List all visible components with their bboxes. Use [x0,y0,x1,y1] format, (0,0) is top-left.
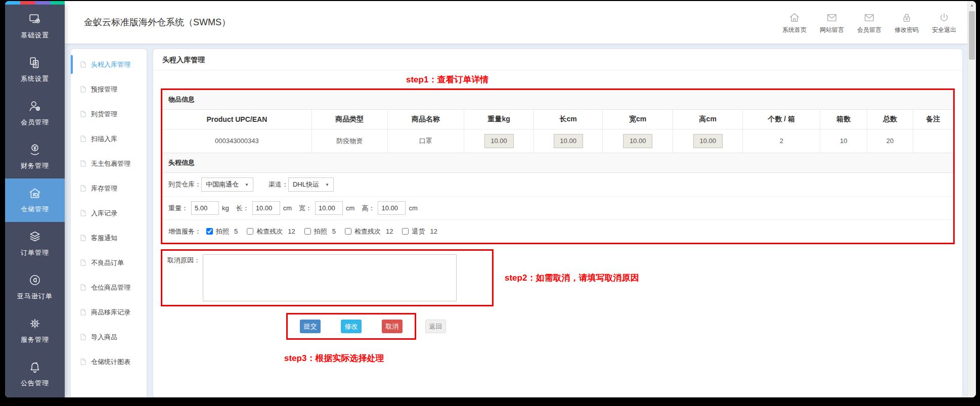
sidebar-item-finance[interactable]: 财务管理 [5,135,65,178]
mail-icon [864,12,875,23]
submenu-item-arrival[interactable]: 到货管理 [71,102,147,126]
width-label: 宽： [299,204,312,213]
file-icon [79,259,87,266]
gear-icon [28,317,41,330]
submenu-item-scan-inbound[interactable]: 扫描入库 [71,126,147,151]
nav-label: 安全退出 [932,26,956,34]
width-unit: cm [346,204,354,212]
service-checkbox[interactable] [402,228,409,235]
item-info-table: Product UPC/EAN 商品类型 商品名称 重量kg 长cm 宽cm 高… [162,110,953,153]
weight-input[interactable] [191,201,219,215]
service-price: 12 [288,228,295,235]
service-label: 检查残次 [256,227,283,236]
cell-width [603,129,673,153]
home-icon [789,12,800,23]
length-input[interactable] [252,201,280,215]
sidebar-item-warehouse[interactable]: 仓储管理 [5,178,65,222]
sidebar-item-system-settings[interactable]: 系统设置 [5,48,65,92]
item-width-input[interactable] [623,134,652,148]
submenu-item-forecast[interactable]: 预报管理 [71,77,147,102]
file-icon [79,358,87,366]
sidebar-item-orders[interactable]: 订单管理 [5,222,65,265]
submenu-item-defective-orders[interactable]: 不良品订单 [71,250,147,275]
warehouse-channel-row: 到货仓库： 中国南通仓 ▼ 渠道： DHL快运 ▼ [162,173,953,197]
scroll-up-arrow-icon[interactable]: ▲ [968,1,976,10]
vertical-scrollbar[interactable]: ▲ [967,1,976,397]
colorbar-green [50,1,65,5]
service-return[interactable]: 退货 12 [402,227,441,236]
service-checkbox[interactable] [304,228,311,235]
sidebar-item-base-settings[interactable]: 基础设置 [5,5,65,48]
submenu-item-import-products[interactable]: 导入商品 [71,325,147,349]
submenu-item-storage-charts[interactable]: 仓储统计图表 [71,349,147,374]
file-icon [79,160,87,167]
height-input[interactable] [378,201,406,215]
service-photo-2[interactable]: 拍照 5 [304,227,340,236]
warehouse-select[interactable]: 中国南通仓 ▼ [201,177,253,192]
submenu-item-service-notices[interactable]: 客服通知 [71,225,147,250]
file-icon [79,284,87,291]
value-added-services-row: 增值服务： 拍照 5 检查残次 12 拍照 5 [162,220,953,243]
height-label: 高： [362,204,375,213]
item-weight-input[interactable] [484,134,514,148]
lock-icon [901,12,912,23]
channel-select[interactable]: DHL快运 ▼ [288,177,334,192]
submenu-item-slot-products[interactable]: 仓位商品管理 [71,275,147,300]
service-inspect-1[interactable]: 检查残次 12 [247,227,299,236]
submenu-label: 入库记录 [91,209,117,218]
file-icon [79,234,87,242]
nav-logout[interactable]: 安全退出 [932,12,956,34]
nav-label: 网站留言 [820,26,844,34]
service-label: 退货 [412,227,425,236]
scrollbar-thumb[interactable] [969,11,975,60]
height-unit: cm [409,204,417,212]
dimensions-row: 重量： kg 长： cm 宽： cm 高： cm [162,197,953,220]
service-photo-1[interactable]: 拍照 5 [206,227,242,236]
submit-button[interactable]: 提交 [300,320,321,333]
submenu-label: 头程入库管理 [91,60,130,69]
cancel-reason-highlight-box: 取消原因： [161,249,494,306]
submenu-item-inventory[interactable]: 库存管理 [71,176,147,201]
service-checkbox[interactable] [206,228,213,235]
nav-site-messages[interactable]: 网站留言 [820,12,844,34]
cell-total: 20 [867,129,913,153]
submenu-label: 仓储统计图表 [91,357,130,367]
sidebar-item-label: 公告管理 [21,379,49,388]
modify-button[interactable]: 修改 [341,320,362,333]
submenu-item-first-leg-inbound[interactable]: 头程入库管理 [71,52,147,77]
weight-label: 重量： [168,204,188,213]
header-nav: 系统首页 网站留言 会员留言 修改密码 安全退出 [782,12,956,34]
item-length-input[interactable] [554,134,583,148]
service-inspect-2[interactable]: 检查残次 12 [345,227,397,236]
nav-change-password[interactable]: 修改密码 [895,12,919,34]
primary-sidebar: 基础设置 系统设置 会员管理 财务管理 仓储管理 订单管理 亚马逊订单 服务管 [5,5,65,397]
submenu-label: 无主包裹管理 [91,159,130,168]
cancel-reason-textarea[interactable] [203,254,457,301]
service-checkbox[interactable] [345,228,351,235]
service-checkbox[interactable] [247,228,253,235]
sidebar-item-amazon-orders[interactable]: 亚马逊订单 [5,265,65,309]
width-input[interactable] [315,201,343,215]
column-header-weight: 重量kg [464,110,534,129]
nav-member-messages[interactable]: 会员留言 [857,12,881,34]
channel-label: 渠道： [269,180,288,189]
length-label: 长： [236,204,249,213]
sidebar-item-services[interactable]: 服务管理 [5,309,65,352]
cell-height [673,129,743,153]
item-height-input[interactable] [693,134,723,148]
sidebar-item-label: 服务管理 [21,335,49,344]
nav-home[interactable]: 系统首页 [782,12,807,34]
submenu-item-unclaimed-parcels[interactable]: 无主包裹管理 [71,151,147,176]
sidebar-item-label: 仓储管理 [21,205,49,214]
back-button[interactable]: 返回 [425,320,446,333]
sidebar-item-announcements[interactable]: 公告管理 [5,352,65,396]
submenu-item-relocation-records[interactable]: 商品移库记录 [71,300,147,325]
cancel-button[interactable]: 取消 [382,320,403,333]
service-price: 5 [332,228,336,235]
submenu-label: 仓位商品管理 [91,283,130,292]
cell-length [534,129,603,153]
submenu-label: 到货管理 [91,110,117,119]
submenu-item-inbound-records[interactable]: 入库记录 [71,201,147,225]
sidebar-item-members[interactable]: 会员管理 [5,92,65,135]
service-label: 拍照 [216,227,229,236]
